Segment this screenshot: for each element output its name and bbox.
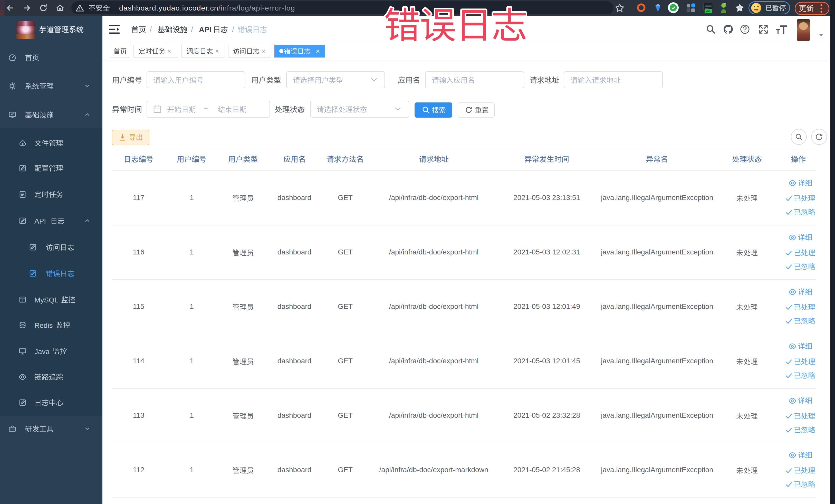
svg-text:on: on bbox=[706, 9, 710, 13]
